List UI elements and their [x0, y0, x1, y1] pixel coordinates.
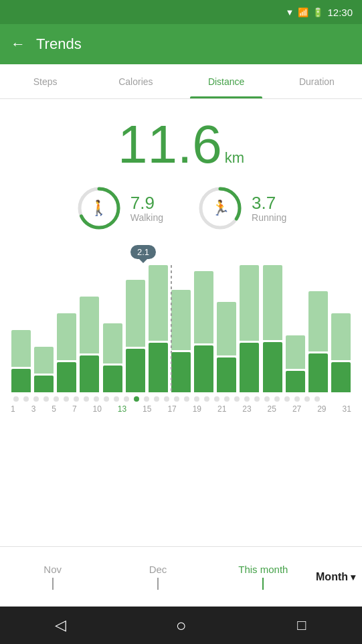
bar-group-12: [285, 265, 306, 392]
month-selector: Nov Dec This month Month ▾: [0, 546, 362, 607]
x-dot-29: [294, 396, 300, 402]
bar-group-8: [193, 265, 214, 392]
bar-dark-5: [126, 349, 145, 392]
tab-distance[interactable]: Distance: [181, 64, 272, 98]
walking-icon: 🚶: [90, 199, 108, 217]
month-this-month[interactable]: This month: [211, 564, 316, 590]
x-dot-6: [64, 396, 69, 402]
bar-light-13: [308, 291, 328, 351]
back-button[interactable]: ←: [11, 35, 25, 53]
month-nov[interactable]: Nov: [0, 564, 105, 590]
running-label: Running: [252, 212, 286, 223]
x-dot-14: [144, 396, 149, 402]
bar-group-6: [148, 265, 169, 392]
x-label-25: 25: [268, 404, 276, 414]
x-dot-12: [124, 396, 129, 402]
x-label-3: 3: [31, 404, 36, 414]
bar-light-11: [263, 265, 282, 340]
battery-icon: 🔋: [312, 7, 323, 17]
bar-group-10: [239, 265, 260, 392]
x-dot-21: [214, 396, 219, 402]
recents-nav-button[interactable]: □: [288, 612, 315, 639]
bar-dark-7: [171, 352, 191, 392]
x-label-7: 7: [72, 404, 77, 414]
bar-dark-13: [308, 353, 328, 392]
dec-indicator: [157, 578, 159, 590]
x-dot-26: [264, 396, 270, 402]
x-dot-20: [204, 396, 209, 402]
status-time: 12:30: [327, 7, 353, 18]
x-dot-28: [284, 396, 290, 402]
x-dot-27: [274, 396, 280, 402]
x-label-1: 1: [11, 404, 15, 414]
x-label-21: 21: [217, 404, 226, 414]
walking-info: 7.9 Walking: [130, 193, 163, 224]
main-metric-section: 11.6km: [0, 99, 362, 178]
x-axis-dots: [7, 392, 355, 402]
running-info: 3.7 Running: [252, 193, 286, 224]
tab-bar: Steps Calories Distance Duration: [0, 64, 362, 99]
bar-dark-4: [103, 366, 122, 392]
bar-group-7: [171, 265, 191, 392]
x-dot-4: [43, 396, 49, 402]
x-dot-24: [244, 396, 250, 402]
bar-light-1: [34, 347, 54, 374]
month-dec[interactable]: Dec: [105, 564, 210, 590]
bar-light-2: [57, 313, 76, 360]
tab-duration[interactable]: Duration: [272, 64, 362, 98]
bar-group-11: [262, 265, 283, 392]
this-month-indicator: [262, 578, 264, 590]
bar-dark-11: [263, 342, 282, 392]
bar-dark-10: [240, 343, 259, 392]
x-dot-31: [314, 396, 320, 402]
walking-activity: 🚶 7.9 Walking: [76, 185, 163, 232]
x-dot-30: [304, 396, 310, 402]
x-dot-16: [164, 396, 169, 402]
back-nav-button[interactable]: ◁: [47, 612, 74, 639]
bar-group-14: [331, 265, 351, 392]
x-dot-2: [23, 396, 29, 402]
home-nav-button[interactable]: ○: [167, 612, 194, 639]
bar-light-0: [11, 330, 31, 367]
bar-light-4: [103, 323, 122, 364]
bar-light-7: [171, 290, 191, 350]
page-title: Trends: [36, 35, 82, 53]
activity-row: 🚶 7.9 Walking 🏃 3.7 Running: [0, 178, 362, 232]
bar-light-14: [331, 313, 351, 360]
bar-group-0: [11, 265, 31, 392]
bar-dark-1: [34, 376, 54, 392]
x-label-29: 29: [317, 404, 326, 414]
bar-group-2: [56, 265, 77, 392]
bar-light-5: [126, 280, 145, 347]
x-label-17: 17: [167, 404, 176, 414]
x-dot-18: [184, 396, 189, 402]
signal-icon: 📶: [298, 7, 308, 17]
bar-dark-0: [11, 369, 31, 392]
x-dot-10: [104, 396, 109, 402]
tab-steps[interactable]: Steps: [0, 64, 90, 98]
x-dot-5: [54, 396, 59, 402]
x-label-23: 23: [242, 404, 251, 414]
month-dropdown[interactable]: Month ▾: [316, 571, 362, 583]
walking-circle: 🚶: [76, 185, 122, 232]
tab-calories[interactable]: Calories: [90, 64, 181, 98]
running-value: 3.7: [252, 193, 286, 213]
x-dot-17: [174, 396, 179, 402]
main-content: 11.6km 🚶 7.9 Walking: [0, 99, 362, 546]
bar-dark-12: [286, 371, 305, 392]
status-bar: ▼ 📶 🔋 12:30: [0, 0, 362, 24]
bar-dark-6: [149, 343, 168, 392]
x-dot-1: [13, 396, 19, 402]
x-dot-22: [224, 396, 230, 402]
x-label-27: 27: [292, 404, 301, 414]
x-label-10: 10: [93, 404, 102, 414]
x-label-31: 31: [342, 404, 351, 414]
x-label-13: 13: [118, 404, 126, 414]
bar-group-3: [79, 265, 100, 392]
bar-group-13: [308, 265, 329, 392]
bar-dark-2: [57, 362, 76, 392]
bar-light-8: [194, 271, 213, 343]
bar-light-12: [286, 335, 305, 369]
x-dot-3: [33, 396, 39, 402]
x-dot-15: [154, 396, 159, 402]
